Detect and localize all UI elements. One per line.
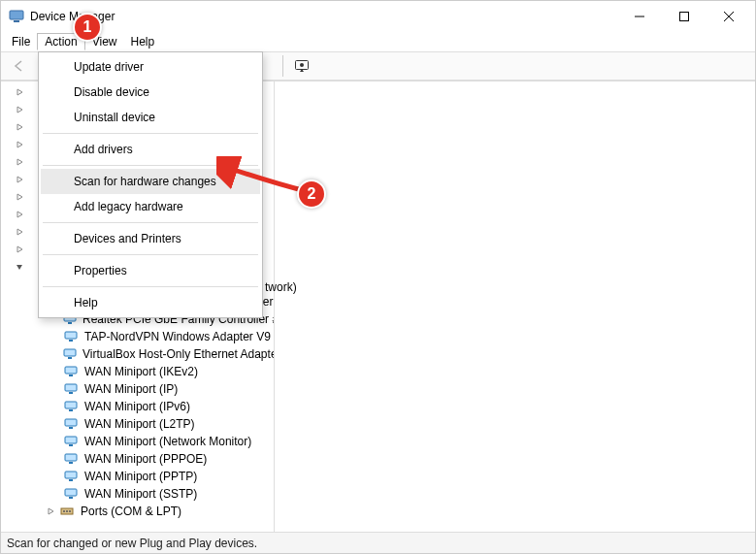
expand-icon[interactable] xyxy=(13,243,26,256)
tree-device-item[interactable]: WAN Miniport (IP) xyxy=(1,380,274,398)
tree-device-item[interactable]: WAN Miniport (PPPOE) xyxy=(1,450,274,468)
svg-rect-22 xyxy=(65,402,77,408)
svg-rect-31 xyxy=(69,479,73,481)
tree-device-item[interactable]: WAN Miniport (SSTP) xyxy=(1,485,274,503)
window-controls xyxy=(617,2,751,31)
network-adapter-icon xyxy=(63,435,79,448)
expand-icon[interactable] xyxy=(13,208,26,221)
svg-rect-0 xyxy=(10,11,23,19)
menu-item-properties[interactable]: Properties xyxy=(41,258,260,283)
svg-rect-24 xyxy=(65,419,77,426)
window-title: Device Manager xyxy=(30,10,115,23)
tree-category-ports[interactable]: Ports (COM & LPT) xyxy=(1,503,274,520)
svg-rect-23 xyxy=(69,409,73,411)
menu-bar: FileActionViewHelp xyxy=(1,32,755,51)
menu-separator xyxy=(43,286,258,287)
network-adapter-icon xyxy=(63,365,79,378)
svg-rect-17 xyxy=(68,357,72,359)
expand-icon[interactable] xyxy=(13,190,26,204)
network-adapter-icon xyxy=(63,452,79,466)
menu-help[interactable]: Help xyxy=(124,33,162,50)
tree-category-label-partial: twork) xyxy=(265,280,297,294)
svg-rect-33 xyxy=(69,497,73,499)
action-menu: Update driverDisable deviceUninstall dev… xyxy=(38,51,263,318)
svg-point-7 xyxy=(300,63,304,67)
svg-rect-26 xyxy=(65,437,77,443)
ports-icon xyxy=(59,505,75,518)
tree-device-item[interactable]: WAN Miniport (PPTP) xyxy=(1,468,274,485)
scan-hardware-icon[interactable] xyxy=(290,54,313,78)
svg-rect-1 xyxy=(14,20,19,22)
expand-icon[interactable] xyxy=(13,155,26,169)
tree-device-item[interactable]: VirtualBox Host-Only Ethernet Adapter xyxy=(1,345,274,363)
network-adapter-icon xyxy=(63,417,79,431)
svg-rect-21 xyxy=(69,392,73,394)
minimize-button[interactable] xyxy=(617,2,662,31)
collapse-icon[interactable] xyxy=(13,260,26,274)
back-button[interactable] xyxy=(7,54,30,78)
title-bar: Device Manager xyxy=(1,1,755,32)
expand-icon[interactable] xyxy=(13,85,26,99)
network-adapter-icon xyxy=(63,382,79,396)
tree-device-label: VirtualBox Host-Only Ethernet Adapter xyxy=(81,347,275,361)
svg-rect-20 xyxy=(65,384,77,391)
app-icon xyxy=(9,9,24,24)
menu-item-uninstall-device[interactable]: Uninstall device xyxy=(41,105,260,130)
menu-item-add-legacy-hardware[interactable]: Add legacy hardware xyxy=(41,194,260,219)
svg-rect-13 xyxy=(68,322,72,324)
expand-icon[interactable] xyxy=(13,120,26,134)
svg-point-37 xyxy=(69,510,71,512)
svg-rect-25 xyxy=(69,427,73,429)
expand-icon[interactable] xyxy=(13,225,26,239)
menu-separator xyxy=(43,133,258,134)
svg-point-35 xyxy=(63,510,65,512)
menu-item-devices-and-printers[interactable]: Devices and Printers xyxy=(41,226,260,251)
annotation-badge-2: 2 xyxy=(297,179,326,209)
menu-item-add-drivers[interactable]: Add drivers xyxy=(41,137,260,162)
close-button[interactable] xyxy=(707,2,751,31)
status-text: Scan for changed or new Plug and Play de… xyxy=(7,537,257,550)
svg-rect-15 xyxy=(69,340,73,342)
maximize-button[interactable] xyxy=(662,2,707,31)
network-adapter-icon xyxy=(63,400,79,413)
tree-device-item[interactable]: WAN Miniport (IPv6) xyxy=(1,398,274,415)
tree-device-item[interactable]: WAN Miniport (Network Monitor) xyxy=(1,433,274,450)
expand-icon[interactable] xyxy=(44,505,57,518)
tree-device-label: WAN Miniport (PPPOE) xyxy=(82,452,209,466)
expand-icon[interactable] xyxy=(13,103,26,116)
menu-separator xyxy=(43,165,258,166)
network-adapter-icon xyxy=(63,330,79,343)
detail-pane xyxy=(275,81,755,532)
tree-device-item[interactable]: TAP-NordVPN Windows Adapter V9 xyxy=(1,328,274,345)
svg-rect-32 xyxy=(65,489,77,496)
menu-separator xyxy=(43,254,258,255)
menu-file[interactable]: File xyxy=(5,33,37,50)
svg-rect-14 xyxy=(65,332,77,339)
expand-icon[interactable] xyxy=(13,138,26,151)
menu-item-help[interactable]: Help xyxy=(41,290,260,315)
network-adapter-icon xyxy=(63,470,79,483)
tree-device-label: WAN Miniport (L2TP) xyxy=(82,417,197,431)
annotation-badge-1: 1 xyxy=(73,13,102,42)
menu-item-scan-for-hardware-changes[interactable]: Scan for hardware changes xyxy=(41,169,260,194)
tree-device-item[interactable]: WAN Miniport (IKEv2) xyxy=(1,363,274,380)
menu-item-update-driver[interactable]: Update driver xyxy=(41,54,260,80)
menu-separator xyxy=(43,222,258,223)
tree-device-label: WAN Miniport (Network Monitor) xyxy=(82,435,253,448)
svg-rect-28 xyxy=(65,454,77,461)
svg-rect-27 xyxy=(69,444,73,446)
tree-device-label: TAP-NordVPN Windows Adapter V9 xyxy=(82,330,273,343)
tree-device-label: WAN Miniport (IKEv2) xyxy=(82,365,200,378)
tree-device-item[interactable]: WAN Miniport (L2TP) xyxy=(1,415,274,433)
svg-rect-3 xyxy=(680,13,689,21)
tree-category-label: Ports (COM & LPT) xyxy=(79,505,183,518)
svg-rect-18 xyxy=(65,367,77,374)
status-bar: Scan for changed or new Plug and Play de… xyxy=(1,532,755,553)
menu-item-disable-device[interactable]: Disable device xyxy=(41,80,260,105)
tree-device-label: WAN Miniport (IP) xyxy=(82,382,180,396)
tree-device-label: WAN Miniport (PPTP) xyxy=(82,470,199,483)
svg-rect-19 xyxy=(69,375,73,376)
expand-icon[interactable] xyxy=(13,173,26,186)
svg-rect-16 xyxy=(64,349,76,356)
network-adapter-icon xyxy=(63,487,79,501)
